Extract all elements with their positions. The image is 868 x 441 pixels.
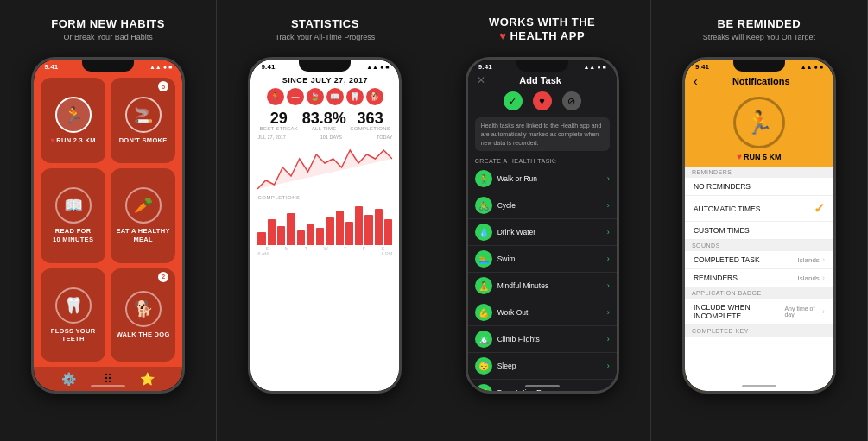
- habit-run[interactable]: 🏃 ♥ RUN 2.3 KM: [41, 78, 105, 163]
- health-cycle-icon: 🚴: [475, 197, 492, 214]
- stat-streak-value: 29: [260, 110, 299, 126]
- habit-floss-icon: 🦷: [55, 287, 92, 324]
- notif-section-badge: APPLICATION BADGE: [685, 287, 833, 299]
- panel-1-title: FORM NEW HABITS: [51, 17, 165, 31]
- panel-health: WORKS WITH THE ♥ HEALTH APP 9:41 ▲▲ ● ■ …: [434, 0, 651, 441]
- bar-9: [336, 211, 344, 245]
- notif-icon-area: 🏃 ♥ RUN 5 KM: [685, 91, 833, 167]
- health-swim-icon: 🏊: [475, 250, 492, 268]
- habit-dog[interactable]: 🐕 WALK THE DOG 2: [111, 268, 175, 362]
- health-item-swim[interactable]: 🏊 Swim ›: [468, 246, 617, 273]
- health-sleep-icon: 😴: [475, 357, 492, 375]
- habit-floss-label: FLOSS YOUR TEETH: [44, 327, 102, 343]
- notif-label-include: INCLUDE WHEN INCOMPLETE: [694, 303, 785, 320]
- notif-settings-list: REMINDERS NO REMINDERS AUTOMATIC TIMES ✓…: [685, 167, 833, 391]
- stat-icon-run: 🏃: [267, 88, 284, 105]
- health-modal-title: Add Task: [491, 75, 591, 85]
- habit-meal[interactable]: 🥕 EAT A HEALTHYMEAL: [111, 168, 175, 263]
- health-water-chevron: ›: [607, 228, 610, 236]
- habit-floss[interactable]: 🦷 FLOSS YOUR TEETH: [41, 268, 105, 362]
- health-item-sleep[interactable]: 😴 Sleep ›: [468, 353, 617, 380]
- phone-frame-1: 9:41 ▲▲ ● ■ 🏃 ♥ RUN 2.3 KM 🚬 DON'T SMOKE…: [31, 57, 185, 394]
- notif-row-custom-times[interactable]: CUSTOM TIMES: [685, 222, 833, 240]
- notif-row-no-reminders[interactable]: NO REMINDERS: [685, 178, 833, 196]
- notif-row-completed[interactable]: COMPLETED TASK Islands ›: [685, 251, 833, 269]
- notif-chevron-include: ›: [822, 307, 825, 316]
- health-water-icon: 💧: [475, 224, 492, 241]
- stats-screen: SINCE JULY 27, 2017 🏃 — 🍃 📖 🦷 🐕 29 BEST …: [250, 72, 399, 391]
- stat-completions: 363 COMPLETIONS: [350, 110, 390, 131]
- health-item-flights[interactable]: 🏔️ Climb Flights ›: [468, 326, 617, 353]
- notif-section-reminders: REMINDERS: [685, 167, 833, 178]
- home-indicator-2: [307, 385, 342, 387]
- stat-streak: 29 BEST STREAK: [260, 110, 299, 131]
- phone-frame-3: 9:41 ▲▲ ● ■ ✕ Add Task ✓ ♥ ⊘ Health task…: [466, 57, 619, 394]
- health-workout-chevron: ›: [607, 308, 610, 317]
- habit-dog-badge: 2: [158, 272, 168, 282]
- notif-value-include: Any time of day ›: [784, 306, 824, 318]
- habit-meal-label: EAT A HEALTHYMEAL: [117, 227, 170, 244]
- health-item-workout[interactable]: 💪 Work Out ›: [468, 299, 617, 326]
- footer-star-icon[interactable]: ⭐: [140, 372, 155, 386]
- notif-value-reminders: Islands ›: [798, 274, 825, 282]
- notif-label-custom: CUSTOM TIMES: [694, 226, 750, 235]
- phone-frame-4: 9:41 ▲▲ ● ■ ‹ Notifications 🏃 ♥ RUN 5 KM: [682, 57, 836, 394]
- notif-label-completed: COMPLETED TASK: [694, 255, 760, 264]
- habit-smoke[interactable]: 🚬 DON'T SMOKE 5: [111, 78, 175, 163]
- status-icons-3: ▲▲ ● ■: [583, 64, 605, 70]
- health-close-button[interactable]: ✕: [477, 74, 485, 86]
- habit-read[interactable]: 📖 READ FOR10 MINUTES: [41, 168, 105, 263]
- health-action-heart[interactable]: ♥: [533, 91, 552, 110]
- bar-10: [345, 222, 353, 246]
- chart-labels: JUL 27, 2017 101 DAYS TODAY: [257, 135, 392, 140]
- phone-screen-4: 9:41 ▲▲ ● ■ ‹ Notifications 🏃 ♥ RUN 5 KM: [685, 60, 833, 391]
- health-workout-icon: 💪: [475, 304, 492, 321]
- status-time-3: 9:41: [478, 63, 492, 71]
- stat-completions-label: COMPLETIONS: [350, 126, 390, 131]
- health-water-label: Drink Water: [497, 228, 602, 236]
- health-item-walk[interactable]: 🚶 Walk or Run ›: [468, 166, 617, 192]
- bar-4: [287, 213, 295, 246]
- health-action-check[interactable]: ✓: [504, 91, 523, 110]
- stat-completions-value: 363: [350, 110, 390, 126]
- stats-icons-row: 🏃 — 🍃 📖 🦷 🐕: [257, 88, 392, 105]
- bar-2: [268, 219, 276, 245]
- bar-chart: [257, 202, 392, 245]
- notif-section-sounds: SOUNDS: [685, 240, 833, 251]
- health-flights-chevron: ›: [607, 335, 610, 343]
- bar-times: 6 AM 6 PM: [257, 251, 392, 256]
- bar-11: [355, 206, 363, 245]
- notif-modal-title: Notifications: [698, 76, 825, 86]
- habit-smoke-badge: 5: [158, 81, 168, 91]
- stat-icon-dog: 🐕: [366, 88, 383, 105]
- health-flights-icon: 🏔️: [475, 331, 492, 348]
- health-item-cycle[interactable]: 🚴 Cycle ›: [468, 192, 617, 219]
- health-action-block[interactable]: ⊘: [562, 91, 581, 110]
- footer-grid-icon[interactable]: ⠿: [104, 372, 112, 386]
- stat-icon-tooth: 🦷: [346, 88, 364, 105]
- footer-settings-icon[interactable]: ⚙️: [61, 372, 76, 386]
- chart-label-end: TODAY: [377, 135, 392, 140]
- health-info-box: Health tasks are linked to the Health ap…: [475, 117, 610, 151]
- habit-dog-icon: 🐕: [125, 291, 162, 327]
- panel-4-title: BE REMINDED: [718, 17, 801, 31]
- health-item-water[interactable]: 💧 Drink Water ›: [468, 219, 617, 246]
- panel-3-title: WORKS WITH THE: [489, 16, 595, 29]
- health-item-mindful[interactable]: 🧘 Mindful Minutes ›: [468, 273, 617, 299]
- bar-time-start: 6 AM: [257, 251, 269, 256]
- notif-row-include[interactable]: INCLUDE WHEN INCOMPLETE Any time of day …: [685, 299, 833, 325]
- panel-2-subtitle: Track Your All-Time Progress: [275, 33, 375, 41]
- health-swim-chevron: ›: [607, 255, 610, 263]
- panel-4-subtitle: Streaks Will Keep You On Target: [703, 33, 815, 41]
- health-mindful-chevron: ›: [607, 281, 610, 290]
- habit-read-icon: 📖: [55, 187, 92, 224]
- notif-check-auto: ✓: [814, 200, 825, 217]
- chart-label-start: JUL 27, 2017: [257, 135, 286, 140]
- notif-row-auto-times[interactable]: AUTOMATIC TIMES ✓: [685, 196, 833, 222]
- bar-3: [277, 226, 285, 246]
- health-modal-header: ✕ Add Task: [468, 72, 617, 88]
- notif-chevron-reminders: ›: [822, 274, 825, 282]
- notif-row-reminders-sound[interactable]: REMINDERS Islands ›: [685, 269, 833, 287]
- health-energy-chevron: ›: [607, 388, 610, 391]
- status-icons-2: ▲▲ ● ■: [366, 64, 389, 70]
